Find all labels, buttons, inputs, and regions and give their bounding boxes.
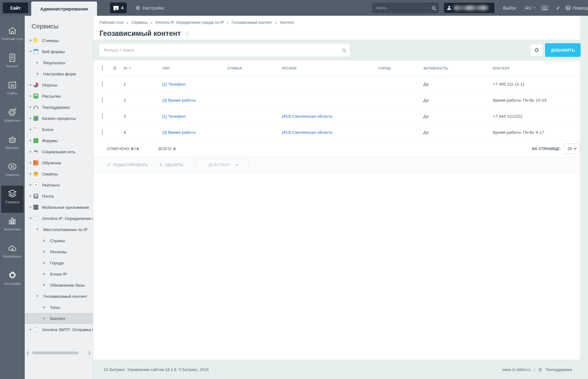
notifications-button[interactable]: 4 xyxy=(110,2,127,13)
logout-button[interactable]: Выйти xyxy=(503,0,516,16)
collapsed-arrow-icon[interactable] xyxy=(30,206,33,208)
sidebar-item-countries[interactable]: Страны xyxy=(25,235,93,246)
sidebar-item-mail[interactable]: Почта xyxy=(25,191,93,202)
column-header-content[interactable]: КОНТЕНТ xyxy=(490,66,580,70)
tab-site[interactable]: Сайт xyxy=(3,2,28,13)
breadcrumb-link[interactable]: Ammina IP: Определение города по IP xyxy=(155,20,224,25)
expanded-arrow-icon[interactable] xyxy=(29,51,32,54)
column-header-type[interactable]: ТИП xyxy=(160,66,225,70)
sidebar-item-ip-blocks[interactable]: Блоки IP xyxy=(25,268,93,280)
sidebar-item-social[interactable]: Социальная сеть xyxy=(25,146,93,157)
grid-settings-button[interactable] xyxy=(530,44,543,57)
sidebar-item-geolocation-by-ip[interactable]: Местоположение по IP xyxy=(25,224,93,235)
column-header-activity[interactable]: АКТИВНОСТЬ xyxy=(421,66,490,70)
rail-item-settings[interactable]: Настройки xyxy=(1,267,23,294)
language-switcher[interactable]: RU xyxy=(525,0,536,16)
sidebar-item-smiles[interactable]: Смайлы xyxy=(25,168,93,179)
sidebar-item-ratings[interactable]: Рейтинги xyxy=(25,179,93,191)
collapsed-arrow-icon[interactable] xyxy=(30,139,33,142)
collapsed-arrow-icon[interactable] xyxy=(30,84,33,86)
expanded-arrow-icon[interactable] xyxy=(29,217,32,221)
sidebar-item-polls[interactable]: Опросы xyxy=(25,79,93,91)
column-settings-gear-icon[interactable] xyxy=(110,66,121,70)
cell-type-link[interactable]: [1] Телефон xyxy=(162,114,185,119)
rail-item-sites[interactable]: 24 Сайты xyxy=(1,77,23,104)
sidebar-item-geo-content[interactable]: Геозависимый контент xyxy=(25,291,93,302)
user-menu-button[interactable] xyxy=(444,3,494,13)
sidebar-item-types[interactable]: Типы xyxy=(25,302,93,313)
sidebar-item-form-settings[interactable]: Настройка форм xyxy=(25,68,93,79)
rail-item-analytics[interactable]: Аналитика xyxy=(1,213,23,240)
search-icon[interactable] xyxy=(342,48,345,52)
column-header-country[interactable]: СТРАНА xyxy=(225,66,279,70)
sidebar-item-support[interactable]: Техподдержка xyxy=(25,102,93,113)
collapsed-arrow-icon[interactable] xyxy=(30,195,33,197)
expanded-arrow-icon[interactable] xyxy=(36,295,39,298)
sidebar-item-ammina-smtp[interactable]: Ammina SMTP: Отправка п xyxy=(25,324,93,335)
rail-item-marketplace[interactable]: Marketplace xyxy=(1,240,23,267)
sidebar-item-learning[interactable]: Обучение xyxy=(25,157,93,168)
row-checkbox[interactable] xyxy=(102,97,103,103)
rail-item-clients[interactable]: 24 Клиенты xyxy=(1,158,23,186)
sidebar-item-ammina-ip[interactable]: Ammina IP: Определение г xyxy=(25,213,93,224)
sidebar-item-blogs[interactable]: Блоги xyxy=(25,124,93,135)
pin-button[interactable] xyxy=(555,0,560,16)
rail-item-desktop[interactable]: Рабочий стол xyxy=(1,23,23,50)
scroll-left-icon[interactable]: ❮ xyxy=(26,351,30,355)
add-button[interactable]: ДОБАВИТЬ xyxy=(545,43,581,57)
hotkeys-button[interactable] xyxy=(541,0,548,16)
cell-type-link[interactable]: [3] Время работы xyxy=(162,98,196,103)
breadcrumb-link[interactable]: Геозависимый контент xyxy=(232,20,273,25)
collapsed-arrow-icon[interactable] xyxy=(30,128,33,131)
rail-item-store[interactable]: Магазин xyxy=(1,131,23,158)
topbar-search-input[interactable] xyxy=(376,6,432,10)
collapsed-arrow-icon[interactable] xyxy=(30,173,33,175)
sidebar-item-bizproc[interactable]: Бизнес-процессы xyxy=(25,113,93,124)
select-all-checkbox[interactable] xyxy=(102,65,103,71)
rail-item-marketing[interactable]: Маркетинг xyxy=(1,104,23,131)
rail-item-services[interactable]: Сервисы xyxy=(1,186,23,213)
scroll-right-icon[interactable]: ❯ xyxy=(87,351,91,355)
cell-type-link[interactable]: [1] Телефон xyxy=(162,82,185,86)
sidebar-item-cities[interactable]: Города xyxy=(25,257,93,268)
collapsed-arrow-icon[interactable] xyxy=(30,117,33,120)
cell-region-link[interactable]: [453] Смоленская область xyxy=(282,114,332,119)
row-checkbox[interactable] xyxy=(102,129,103,135)
filter-search-input[interactable] xyxy=(104,48,342,53)
actions-dropdown[interactable]: - ДЕЙСТВИЯ - xyxy=(195,159,248,171)
sidebar-item-forums[interactable]: Форумы xyxy=(25,135,93,146)
breadcrumb-link[interactable]: Рабочий стол xyxy=(99,20,124,25)
collapsed-arrow-icon[interactable] xyxy=(30,95,33,97)
sidebar-item-db-update[interactable]: Обновление базы xyxy=(25,280,93,291)
sidebar-item-content-active[interactable]: Контент xyxy=(25,313,93,324)
collapsed-arrow-icon[interactable] xyxy=(30,162,33,164)
topbar-search[interactable] xyxy=(372,3,439,13)
sidebar-horizontal-scrollbar[interactable]: ❮ ❯ xyxy=(26,351,91,355)
bitrix-site-link[interactable]: www.1c-bitrix.ru xyxy=(502,367,531,372)
row-checkbox[interactable] xyxy=(102,81,103,87)
cell-type-link[interactable]: [3] Время работы xyxy=(162,130,196,135)
scrollbar-track[interactable] xyxy=(30,351,87,355)
collapsed-arrow-icon[interactable] xyxy=(30,106,33,108)
collapsed-arrow-icon[interactable] xyxy=(36,61,40,64)
column-header-id[interactable]: ID^ xyxy=(121,66,160,70)
collapsed-arrow-icon[interactable] xyxy=(30,184,33,186)
per-page-select[interactable]: 20 xyxy=(564,144,580,154)
rail-item-content[interactable]: Контент xyxy=(1,50,23,77)
sidebar-item-webforms[interactable]: Веб-формы xyxy=(25,46,93,57)
sidebar-item-mobile-app[interactable]: Мобильное приложение xyxy=(25,202,93,213)
column-header-city[interactable]: ГОРОД xyxy=(376,66,421,70)
sidebar-item-results[interactable]: Результаты xyxy=(25,57,93,68)
breadcrumb-link[interactable]: Контент xyxy=(280,20,294,25)
sidebar-item-stickers[interactable]: Стикеры xyxy=(25,35,93,46)
cell-region-link[interactable]: [453] Смоленская область xyxy=(282,130,332,135)
expanded-arrow-icon[interactable] xyxy=(36,229,39,232)
support-link[interactable]: Техподдержка xyxy=(545,367,572,372)
breadcrumb-link[interactable]: Сервисы xyxy=(132,20,148,25)
scrollbar-thumb[interactable] xyxy=(32,352,78,354)
search-icon[interactable] xyxy=(432,6,435,10)
tab-administration[interactable]: Администрирование xyxy=(31,2,97,16)
favorite-star-icon[interactable]: ☆ xyxy=(184,30,190,37)
collapsed-arrow-icon[interactable] xyxy=(30,150,33,153)
sidebar-item-regions[interactable]: Регионы xyxy=(25,246,93,257)
